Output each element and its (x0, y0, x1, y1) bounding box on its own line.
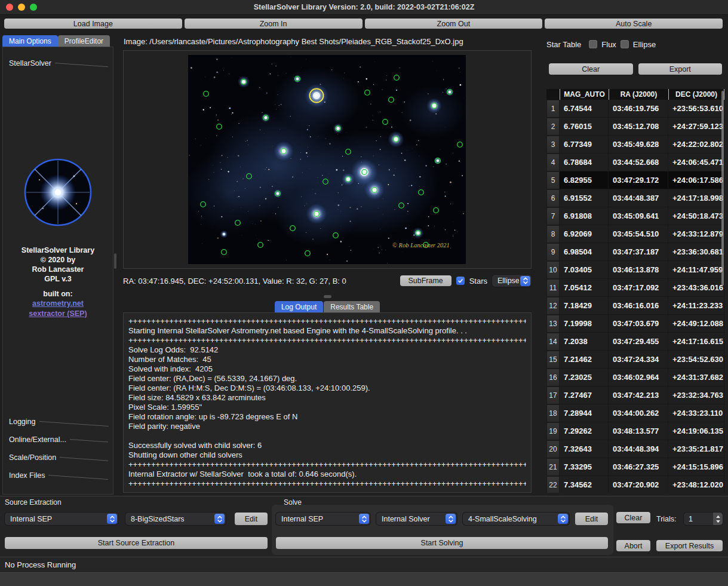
row-values[interactable]: 7.2926203:48:13.577+24:19:06.135 (560, 422, 724, 440)
dec-cell[interactable]: +24:15:15.896 (668, 458, 724, 476)
mag-cell[interactable]: 6.76015 (560, 118, 609, 136)
row-values[interactable]: 6.7868403:44:52.668+24:06:45.471 (560, 154, 724, 171)
table-row[interactable]: 197.2926203:48:13.577+24:19:06.135 (546, 422, 724, 440)
ra-cell[interactable]: 03:46:16.016 (609, 297, 668, 315)
row-values[interactable]: 6.9206903:45:54.510+24:33:12.879 (560, 225, 724, 243)
table-row[interactable]: 26.7601503:45:12.708+24:27:59.123 (546, 118, 724, 136)
mag-cell[interactable]: 6.78684 (560, 154, 609, 171)
ra-cell[interactable]: 03:47:29.172 (609, 171, 668, 189)
astrometry-link[interactable]: astrometry.net (32, 299, 84, 308)
horizontal-splitter-handle[interactable] (324, 295, 331, 298)
marker-shape-select[interactable]: Ellipse (492, 275, 532, 287)
sidebar-section-scale-position[interactable]: Scale/Position (9, 451, 108, 462)
table-row[interactable]: 96.9850403:47:37.187+23:36:30.681 (546, 243, 724, 261)
tab-profile-editor[interactable]: ProfileEditor (58, 35, 110, 47)
table-row[interactable]: 187.2894403:44:00.262+24:33:23.110 (546, 404, 724, 422)
ra-cell[interactable]: 03:46:27.325 (609, 458, 668, 476)
row-values[interactable]: 6.7601503:45:12.708+24:27:59.123 (560, 118, 724, 136)
table-row[interactable]: 36.7734903:45:49.628+24:22:02.802 (546, 136, 724, 154)
row-values[interactable]: 6.7734903:45:49.628+24:22:02.802 (560, 136, 724, 154)
row-values[interactable]: 7.3264303:44:48.394+23:35:21.817 (560, 440, 724, 458)
ra-cell[interactable]: 03:47:24.334 (609, 351, 668, 369)
dec-cell[interactable]: +24:22:02.802 (668, 136, 724, 154)
dec-cell[interactable]: +24:19:06.135 (668, 422, 724, 440)
table-row[interactable]: 127.1842903:46:16.016+24:11:23.233 (546, 297, 724, 315)
ellipse-checkbox[interactable] (621, 40, 629, 48)
mag-cell[interactable]: 7.27467 (560, 386, 609, 404)
dec-cell[interactable]: +24:50:18.473 (668, 207, 724, 225)
ra-cell[interactable]: 03:47:20.902 (609, 476, 668, 493)
zoom-in-button[interactable]: Zoom In (185, 19, 363, 29)
mag-cell[interactable]: 6.91552 (560, 189, 609, 207)
tab-log-output[interactable]: Log Output (275, 301, 323, 312)
dec-cell[interactable]: +23:32:34.763 (668, 386, 724, 404)
table-row[interactable]: 167.2302503:46:02.964+24:31:37.682 (546, 369, 724, 386)
dec-cell[interactable]: +24:11:23.233 (668, 297, 724, 315)
ra-cell[interactable]: 03:45:12.708 (609, 118, 668, 136)
sidebar-section-index-files[interactable]: Index Files (9, 469, 108, 480)
row-number-cell[interactable]: 18 (546, 404, 560, 422)
row-number-cell[interactable]: 20 (546, 440, 560, 458)
row-number-cell[interactable]: 10 (546, 261, 560, 279)
mag-cell[interactable]: 7.34562 (560, 476, 609, 493)
mag-cell[interactable]: 7.29262 (560, 422, 609, 440)
ra-cell[interactable]: 03:44:48.387 (609, 189, 668, 207)
dec-cell[interactable]: +23:48:12.020 (668, 476, 724, 493)
column-header-mag-auto[interactable]: MAG_AUTO (560, 89, 609, 100)
ra-cell[interactable]: 03:45:54.510 (609, 225, 668, 243)
ra-cell[interactable]: 03:44:48.394 (609, 440, 668, 458)
mag-cell[interactable]: 7.28944 (560, 404, 609, 422)
tab-main-options[interactable]: Main Options (2, 35, 58, 47)
table-row[interactable]: 177.2746703:47:42.213+23:32:34.763 (546, 386, 724, 404)
spinner-stepper-icon[interactable] (713, 513, 723, 525)
row-number-cell[interactable]: 17 (546, 386, 560, 404)
row-values[interactable]: 7.0541203:47:17.092+23:43:36.016 (560, 279, 724, 297)
extractor-select[interactable]: Internal SEP (5, 513, 118, 525)
clear-table-button[interactable]: Clear (549, 63, 633, 75)
abort-button[interactable]: Abort (616, 540, 650, 551)
load-image-button[interactable]: Load Image (4, 19, 182, 29)
table-scrollbar[interactable] (721, 91, 724, 286)
mag-cell[interactable]: 7.33295 (560, 458, 609, 476)
dec-cell[interactable]: +23:43:36.016 (668, 279, 724, 297)
tab-results-table[interactable]: Results Table (324, 301, 380, 312)
table-row[interactable]: 207.3264303:44:48.394+23:35:21.817 (546, 440, 724, 458)
mag-cell[interactable]: 6.91808 (560, 207, 609, 225)
row-values[interactable]: 6.8295503:47:29.172+24:06:17.586 (560, 171, 724, 189)
sidebar-section-logging[interactable]: Logging (9, 415, 108, 426)
table-row[interactable]: 86.9206903:45:54.510+24:33:12.879 (546, 225, 724, 243)
sidebar-section-stellarsolver[interactable]: StellarSolver (9, 57, 108, 68)
row-number-cell[interactable]: 13 (546, 315, 560, 333)
ra-cell[interactable]: 03:47:29.455 (609, 333, 668, 351)
mag-cell[interactable]: 7.2038 (560, 333, 609, 351)
table-row[interactable]: 227.3456203:47:20.902+23:48:12.020 (546, 476, 724, 493)
row-values[interactable]: 7.203803:47:29.455+24:17:16.615 (560, 333, 724, 351)
ra-cell[interactable]: 03:46:19.756 (609, 100, 668, 118)
solve-profile-select[interactable]: 4-SmallScaleSolving (463, 513, 569, 525)
row-values[interactable]: 6.9155203:44:48.387+24:17:18.998 (560, 189, 724, 207)
row-values[interactable]: 7.2146203:47:24.334+23:54:52.630 (560, 351, 724, 369)
column-header-ra[interactable]: RA (J2000) (609, 89, 668, 100)
mag-cell[interactable]: 7.21462 (560, 351, 609, 369)
row-number-cell[interactable]: 9 (546, 243, 560, 261)
mag-cell[interactable]: 6.74544 (560, 100, 609, 118)
trials-spinner[interactable]: 1 (684, 513, 723, 525)
ra-cell[interactable]: 03:46:13.878 (609, 261, 668, 279)
table-row[interactable]: 46.7868403:44:52.668+24:06:45.471 (546, 154, 724, 171)
fullscreen-window-button[interactable] (30, 4, 37, 11)
dec-cell[interactable]: +23:54:52.630 (668, 351, 724, 369)
row-number-cell[interactable]: 22 (546, 476, 560, 493)
row-values[interactable]: 7.1842903:46:16.016+24:11:23.233 (560, 297, 724, 315)
close-window-button[interactable] (6, 4, 13, 11)
mag-cell[interactable]: 7.18429 (560, 297, 609, 315)
edit-extraction-profile-button[interactable]: Edit (235, 513, 268, 525)
zoom-out-button[interactable]: Zoom Out (365, 19, 543, 29)
ra-cell[interactable]: 03:44:00.262 (609, 404, 668, 422)
row-number-cell[interactable]: 8 (546, 225, 560, 243)
dec-cell[interactable]: +24:17:16.615 (668, 333, 724, 351)
mag-cell[interactable]: 6.92069 (560, 225, 609, 243)
dec-cell[interactable]: +23:35:21.817 (668, 440, 724, 458)
export-results-button[interactable]: Export Results (656, 540, 723, 551)
table-row[interactable]: 56.8295503:47:29.172+24:06:17.586 (546, 171, 724, 189)
mag-cell[interactable]: 7.23025 (560, 369, 609, 386)
